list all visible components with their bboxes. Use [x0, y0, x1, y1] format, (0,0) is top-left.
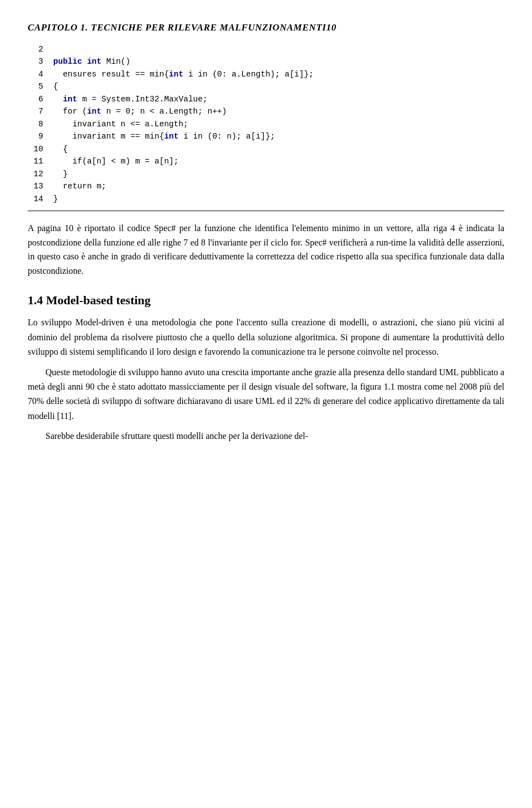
- code-text: {: [53, 80, 504, 93]
- description-paragraph: A pagina 10 è riportato il codice Spec# …: [28, 221, 504, 278]
- code-line-2: 2: [28, 43, 504, 55]
- body-paragraph-2: Queste metodologie di sviluppo hanno avu…: [28, 365, 504, 424]
- code-line-3: 3 public int Min(): [28, 55, 504, 68]
- code-line-8: 8 invariant n <= a.Length;: [28, 118, 504, 130]
- keyword: int: [87, 57, 101, 66]
- section-number: 1.4: [28, 293, 43, 307]
- line-number: 11: [28, 155, 43, 167]
- code-line-12: 12 }: [28, 168, 504, 180]
- page-header: CAPITOLO 1. TECNICHE PER RILEVARE MALFUN…: [28, 22, 504, 33]
- code-text: ensures result == min{int i in (0: a.Len…: [53, 68, 504, 80]
- line-number: 8: [28, 118, 43, 130]
- code-text: {: [53, 143, 504, 155]
- code-block: 2 3 public int Min() 4 ensures result ==…: [28, 43, 504, 205]
- code-text: int m = System.Int32.MaxValue;: [53, 93, 504, 105]
- line-number: 14: [28, 193, 43, 205]
- code-text: if(a[n] < m) m = a[n];: [53, 155, 504, 167]
- code-line-9: 9 invariant m == min{int i in (0: n); a[…: [28, 130, 504, 142]
- keyword: int: [87, 107, 101, 116]
- line-number: 10: [28, 143, 43, 155]
- code-text: }: [53, 168, 504, 180]
- line-number: 4: [28, 68, 43, 80]
- chapter-title: CAPITOLO 1. TECNICHE PER RILEVARE MALFUN…: [28, 22, 336, 33]
- code-text: invariant n <= a.Length;: [53, 118, 504, 130]
- code-text: for (int n = 0; n < a.Length; n++): [53, 105, 504, 117]
- divider: [28, 211, 504, 211]
- code-line-7: 7 for (int n = 0; n < a.Length; n++): [28, 105, 504, 117]
- code-text: public int Min(): [53, 55, 504, 68]
- code-line-6: 6 int m = System.Int32.MaxValue;: [28, 93, 504, 105]
- body-paragraph-1: Lo sviluppo Model-driven è una metodolog…: [28, 315, 504, 359]
- line-number: 3: [28, 55, 43, 68]
- code-text: invariant m == min{int i in (0: n); a[i]…: [53, 130, 504, 142]
- code-line-14: 14 }: [28, 193, 504, 205]
- code-line-10: 10 {: [28, 143, 504, 155]
- code-text: }: [53, 193, 504, 205]
- keyword: int: [169, 70, 183, 79]
- section-title: Model-based testing: [46, 293, 151, 307]
- line-number: 9: [28, 130, 43, 142]
- section-heading: 1.4 Model-based testing: [28, 293, 504, 308]
- keyword: public: [53, 57, 82, 66]
- keyword: int: [63, 95, 77, 104]
- line-number: 7: [28, 105, 43, 117]
- code-line-11: 11 if(a[n] < m) m = a[n];: [28, 155, 504, 167]
- line-number: 5: [28, 80, 43, 93]
- code-line-4: 4 ensures result == min{int i in (0: a.L…: [28, 68, 504, 80]
- line-number: 6: [28, 93, 43, 105]
- code-line-5: 5 {: [28, 80, 504, 93]
- line-number: 12: [28, 168, 43, 180]
- code-line-13: 13 return m;: [28, 180, 504, 192]
- body-paragraph-3: Sarebbe desiderabile sfruttare questi mo…: [28, 429, 504, 443]
- line-number: 13: [28, 180, 43, 192]
- code-text: return m;: [53, 180, 504, 192]
- keyword: int: [164, 132, 178, 141]
- line-number: 2: [28, 43, 43, 55]
